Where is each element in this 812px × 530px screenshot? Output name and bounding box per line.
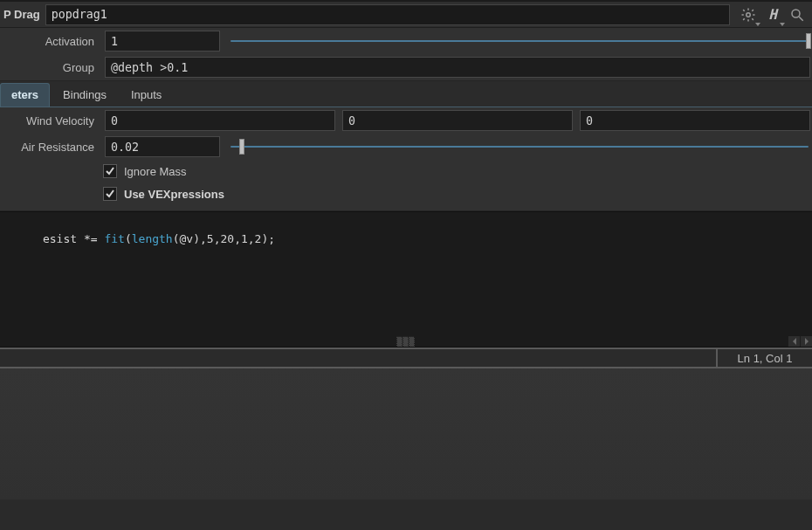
operator-type-label: P Drag bbox=[0, 8, 45, 21]
activation-slider[interactable] bbox=[231, 37, 809, 45]
air-resistance-field[interactable] bbox=[105, 136, 220, 157]
empty-area bbox=[0, 368, 812, 499]
vex-func: length bbox=[132, 232, 173, 245]
air-resistance-label: Air Resistance bbox=[0, 141, 98, 154]
wind-y-field[interactable] bbox=[342, 110, 573, 131]
scroll-left-icon[interactable] bbox=[788, 336, 800, 347]
wind-x-field[interactable] bbox=[105, 110, 335, 131]
wind-z-field[interactable] bbox=[580, 110, 810, 131]
gear-icon[interactable] bbox=[739, 5, 758, 24]
status-expression-area[interactable] bbox=[0, 349, 718, 367]
cursor-position: Ln 1, Col 1 bbox=[718, 349, 812, 367]
tab-inputs[interactable]: Inputs bbox=[120, 83, 173, 107]
svg-line-2 bbox=[799, 17, 803, 21]
resize-grip-icon: ▒▒▒ bbox=[396, 338, 415, 347]
tab-bindings[interactable]: Bindings bbox=[52, 83, 118, 107]
vex-editor[interactable]: esist *= fit(length(@v),5,20,1,2); ▒▒▒ bbox=[0, 211, 812, 348]
group-label: Group bbox=[0, 61, 98, 74]
tab-parameters[interactable]: eters bbox=[0, 83, 50, 107]
ignore-mass-label: Ignore Mass bbox=[124, 165, 187, 178]
group-field[interactable] bbox=[105, 57, 810, 78]
tab-label: Inputs bbox=[131, 88, 162, 101]
use-vex-label: Use VEXpressions bbox=[124, 188, 224, 201]
search-icon[interactable] bbox=[788, 5, 807, 24]
vex-text: esist *= bbox=[43, 232, 104, 245]
node-name-field[interactable] bbox=[45, 4, 730, 25]
tab-label: eters bbox=[11, 88, 38, 101]
vex-text: (@v),5,20,1,2); bbox=[173, 232, 275, 245]
wind-velocity-label: Wind Velocity bbox=[0, 114, 98, 127]
air-resistance-slider[interactable] bbox=[231, 142, 809, 151]
vex-func: fit bbox=[104, 232, 124, 245]
h-icon[interactable]: H bbox=[763, 5, 782, 24]
activation-label: Activation bbox=[0, 35, 98, 48]
svg-point-1 bbox=[792, 10, 800, 17]
tab-bar: eters Bindings Inputs bbox=[0, 81, 812, 107]
tab-label: Bindings bbox=[63, 88, 107, 101]
use-vex-checkbox[interactable] bbox=[103, 187, 117, 201]
ignore-mass-checkbox[interactable] bbox=[103, 164, 117, 178]
vex-text: ( bbox=[125, 232, 132, 245]
activation-field[interactable] bbox=[105, 31, 220, 52]
scroll-right-icon[interactable] bbox=[800, 336, 812, 347]
svg-point-0 bbox=[747, 12, 751, 17]
